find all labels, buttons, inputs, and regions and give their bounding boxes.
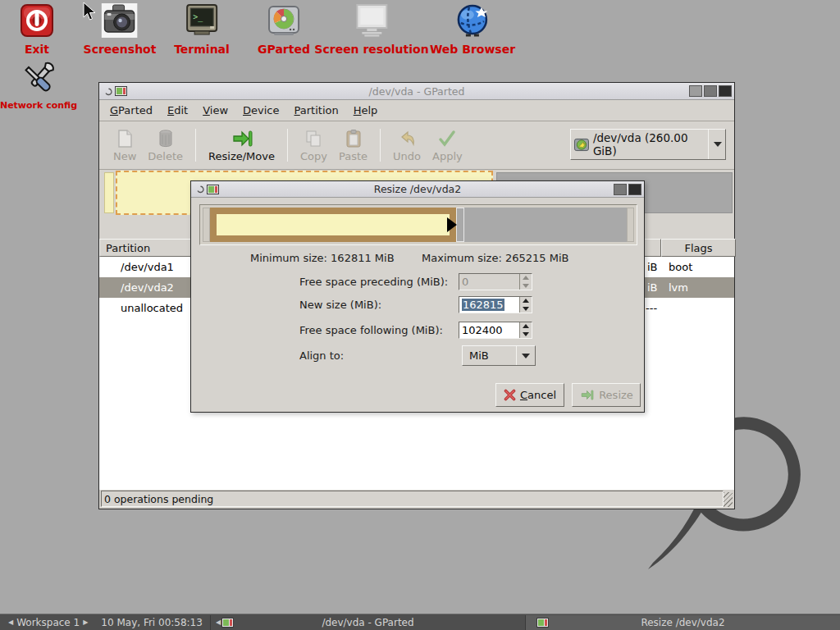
workspace-next-icon[interactable]: ▶: [80, 619, 91, 626]
dialog-title: Resize /dev/vda2: [191, 183, 644, 195]
partition-size-block[interactable]: [210, 208, 456, 242]
free-space-following-spinbox[interactable]: 102400: [459, 322, 532, 339]
resize-move-icon: [231, 129, 253, 148]
menu-gparted[interactable]: GParted: [103, 101, 160, 120]
globe-icon: [454, 3, 491, 38]
main-window-title: /dev/vda - GParted: [99, 85, 734, 98]
resize-icon: [579, 389, 595, 401]
maximum-size-label: Maximum size: 265215 MiB: [422, 252, 568, 264]
toolbar-label: Paste: [339, 150, 368, 162]
paste-button[interactable]: Paste: [333, 126, 373, 165]
new-size-value-selected[interactable]: 162815: [462, 299, 504, 311]
tools-icon: [19, 61, 58, 98]
undo-button[interactable]: Undo: [387, 126, 427, 165]
new-size-spinbox[interactable]: 162815: [459, 296, 532, 313]
spin-down-button: [520, 282, 532, 290]
launcher-label: Exit: [20, 43, 54, 56]
align-to-dropdown[interactable]: MiB: [462, 345, 536, 366]
workspace-prev-icon[interactable]: ◀: [5, 619, 16, 626]
free-space-following-value[interactable]: 102400: [459, 322, 519, 338]
toolbar-separator: [287, 129, 288, 162]
left-resize-handle[interactable]: [203, 208, 210, 242]
launcher-terminal[interactable]: >_ Terminal: [174, 3, 230, 56]
toolbar-separator: [195, 129, 196, 162]
clock: 10 May, Fri 00:58:13: [96, 614, 208, 630]
new-partition-icon: [115, 129, 135, 148]
partition-vda1-block[interactable]: [104, 172, 114, 213]
statusbar: 0 operations pending: [100, 491, 733, 508]
menu-view[interactable]: View: [195, 101, 235, 120]
power-icon: [20, 3, 54, 38]
launcher-label: Web Browser: [430, 43, 515, 56]
handle-arrow-icon: [447, 217, 457, 232]
new-button[interactable]: New: [107, 126, 142, 165]
launcher-network-config[interactable]: Network config: [0, 61, 77, 111]
device-selector[interactable]: /dev/vda (260.00 GiB): [570, 129, 726, 160]
workspace-label: Workspace 1: [16, 617, 80, 628]
spin-up-button[interactable]: [520, 322, 532, 331]
delete-button[interactable]: Delete: [142, 126, 189, 165]
menu-device[interactable]: Device: [235, 101, 286, 120]
toolbar-label: New: [113, 150, 136, 162]
close-button[interactable]: [628, 184, 641, 195]
launcher-web-browser[interactable]: Web Browser: [430, 3, 515, 56]
task-gparted-main[interactable]: /dev/vda - GParted: [210, 615, 525, 630]
new-size-label: New size (MiB):: [299, 299, 381, 311]
combo-separator: [516, 346, 517, 365]
menu-partition[interactable]: Partition: [287, 101, 346, 120]
maximize-button[interactable]: [614, 184, 627, 195]
resize-dialog: Resize /dev/vda2 Minimum size: 162811 Mi…: [190, 180, 645, 413]
apply-check-icon: [437, 129, 457, 148]
resize-button-disabled[interactable]: Resize: [572, 383, 641, 407]
free-space-preceding-spinbox: 0: [459, 273, 532, 290]
launcher-gparted[interactable]: GParted: [258, 3, 310, 56]
toolbar-label: Resize/Move: [208, 150, 275, 162]
dialog-titlebar: Resize /dev/vda2: [191, 181, 644, 198]
close-button[interactable]: [719, 85, 732, 97]
launcher-label: Screen resolution: [314, 43, 428, 56]
paste-icon: [344, 129, 363, 148]
combo-separator: [708, 130, 709, 159]
launcher-label: Network config: [0, 100, 77, 111]
camera-icon: [102, 3, 138, 38]
undo-icon: [397, 129, 417, 148]
resize-grip[interactable]: [724, 492, 733, 507]
workspace-switcher[interactable]: ◀ Workspace 1 ▶: [0, 614, 96, 630]
resize-move-button[interactable]: Resize/Move: [203, 126, 281, 165]
far-right-handle[interactable]: [627, 208, 634, 242]
pending-operations-status: 0 operations pending: [104, 493, 213, 505]
menu-help[interactable]: Help: [346, 101, 386, 120]
apply-button[interactable]: Apply: [427, 126, 468, 165]
launcher-screen-resolution[interactable]: Screen resolution: [314, 3, 428, 56]
debian-swirl-icon: [194, 184, 204, 194]
cancel-button[interactable]: Cancel: [495, 383, 564, 407]
launcher-label: Terminal: [174, 43, 230, 56]
launcher-label: GParted: [258, 43, 310, 56]
launcher-exit[interactable]: Exit: [20, 3, 54, 56]
minimize-button[interactable]: [689, 85, 702, 97]
spin-down-button[interactable]: [520, 305, 532, 313]
task-resize-dialog-active[interactable]: Resize /dev/vda2: [525, 615, 840, 630]
monitor-icon: [353, 3, 390, 38]
toolbar-label: Undo: [393, 150, 421, 162]
chevron-down-icon: [522, 354, 530, 358]
gparted-window-icon: [207, 185, 219, 194]
free-space-preceding-label: Free space preceding (MiB):: [299, 276, 448, 288]
spin-up-button[interactable]: [520, 297, 532, 305]
spin-up-button: [520, 274, 532, 282]
toolbar-label: Copy: [300, 150, 327, 162]
cancel-x-icon: [504, 389, 516, 401]
main-titlebar: /dev/vda - GParted: [99, 83, 734, 100]
maximize-button[interactable]: [704, 85, 717, 97]
device-label: /dev/vda (260.00 GiB): [593, 131, 708, 158]
copy-icon: [304, 129, 323, 148]
spin-down-button[interactable]: [520, 331, 532, 339]
free-space-block: [464, 208, 627, 242]
gparted-window-icon: [115, 86, 127, 96]
column-header-flags[interactable]: Flags: [661, 239, 736, 257]
right-resize-handle[interactable]: [456, 208, 464, 242]
resize-slider-widget: [199, 204, 637, 245]
menu-edit[interactable]: Edit: [160, 101, 195, 120]
copy-button[interactable]: Copy: [294, 126, 333, 165]
free-space-following-label: Free space following (MiB):: [299, 324, 443, 336]
